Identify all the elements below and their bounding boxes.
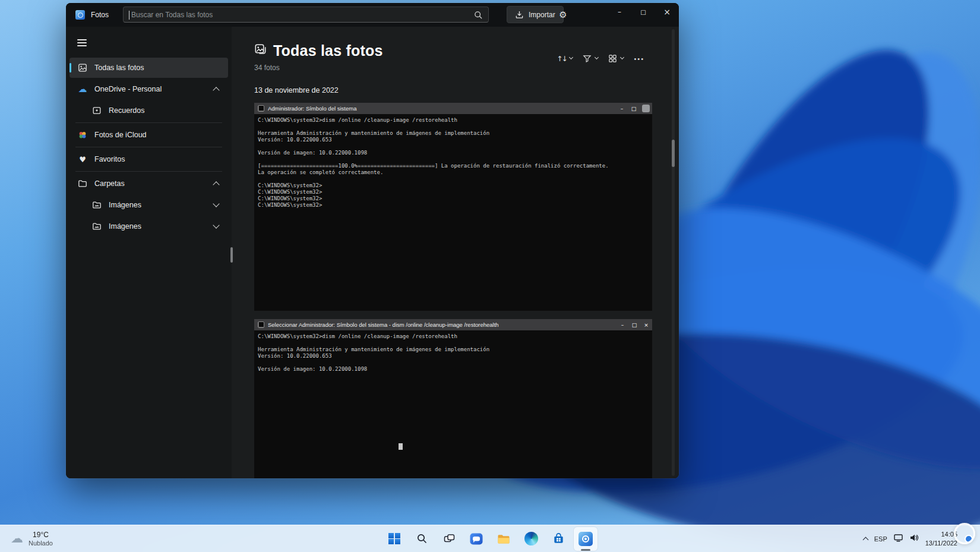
memories-icon [92, 106, 102, 115]
sidebar-item-recuerdos[interactable]: Recuerdos [69, 100, 228, 121]
sidebar-item-todas-las-fotos[interactable]: Todas las fotos [69, 58, 228, 78]
weather-temperature: 19°C [29, 531, 53, 539]
maximize-icon: □ [628, 106, 640, 112]
cmd-line: Herramienta Administración y mantenimien… [258, 130, 649, 137]
ellipsis-icon: ••• [634, 55, 644, 62]
tray-chevron-button[interactable] [864, 534, 868, 544]
weather-widget[interactable]: ☁ 19°C Nublado [6, 525, 58, 552]
photos-collection-icon [254, 43, 267, 58]
clock[interactable]: 14:05 13/11/2022 [925, 530, 957, 547]
sidebar-resize-handle[interactable] [230, 247, 233, 263]
photos-app-icon [578, 532, 593, 546]
more-options-button[interactable]: ••• [634, 55, 644, 62]
store-icon [552, 532, 565, 545]
search-icon[interactable] [474, 11, 483, 20]
onedrive-cloud-icon: ☁ [78, 84, 87, 94]
sort-icon: ↑↓ [557, 55, 566, 63]
sidebar-item-imagenes-2[interactable]: Imágenes [69, 216, 228, 236]
notification-badge[interactable] [965, 535, 973, 543]
search-button[interactable] [410, 527, 434, 551]
photo-thumbnail-2[interactable]: Seleccionar Administrador: Símbolo del s… [254, 319, 652, 478]
sidebar-item-imagenes-1[interactable]: Imágenes [69, 195, 228, 215]
sidebar-item-label: Favoritos [94, 155, 125, 163]
close-icon: × [640, 322, 652, 328]
taskbar: ☁ 19°C Nublado [0, 525, 980, 552]
volume-button[interactable] [909, 534, 919, 544]
scrollbar-thumb[interactable] [672, 140, 675, 167]
filter-button[interactable] [583, 54, 598, 63]
layout-button[interactable] [608, 54, 624, 63]
sidebar-item-label: Todas las fotos [94, 64, 144, 72]
scrollbar-track[interactable] [672, 29, 675, 476]
maximize-icon: □ [628, 322, 640, 328]
minimize-icon: – [617, 322, 628, 328]
tray-display-button[interactable] [894, 534, 903, 544]
settings-gear-icon[interactable]: ⚙ [554, 6, 572, 23]
clock-time: 14:05 [925, 530, 957, 538]
cmd-window-title: Seleccionar Administrador: Símbolo del s… [268, 321, 613, 328]
cmd-line: Herramienta Administración y mantenimien… [258, 346, 649, 353]
sidebar-item-carpetas[interactable]: Carpetas [69, 174, 228, 194]
cmd-line: Versión: 10.0.22000.653 [258, 353, 649, 359]
sidebar-item-favoritos[interactable]: ♥ Favoritos [69, 149, 228, 169]
search-box[interactable] [123, 7, 489, 23]
sidebar-item-label: Carpetas [94, 179, 125, 188]
photo-count: 34 fotos [254, 64, 679, 72]
cmd-line: [========================100.0%=========… [258, 163, 649, 169]
maximize-button[interactable]: □ [631, 3, 655, 21]
photo-select-checkbox[interactable] [642, 105, 650, 112]
file-explorer-button[interactable] [492, 527, 516, 551]
sort-button[interactable]: ↑↓ [557, 55, 573, 63]
heart-icon: ♥ [78, 154, 87, 164]
divider [75, 122, 222, 123]
active-app-indicator [581, 549, 590, 551]
system-tray: ESP 14:05 13/11/2022 [864, 525, 973, 552]
photos-app-window: Fotos Importar ⚙ – [66, 3, 679, 478]
photos-app-button[interactable] [574, 527, 598, 551]
import-icon [515, 10, 524, 19]
close-button[interactable]: × [655, 3, 679, 21]
search-icon [416, 533, 428, 544]
sidebar-item-label: Recuerdos [109, 106, 144, 115]
edge-button[interactable] [519, 527, 543, 551]
chevron-up-icon [213, 87, 219, 93]
selection-indicator [69, 63, 71, 72]
cmd-titlebar: Seleccionar Administrador: Símbolo del s… [254, 319, 652, 330]
cmd-window-controls: – □ [616, 105, 652, 112]
sidebar-item-onedrive[interactable]: ☁ OneDrive - Personal [69, 79, 228, 99]
chevron-down-icon [595, 55, 599, 59]
edge-icon [524, 532, 538, 545]
hamburger-menu-button[interactable] [71, 33, 93, 53]
cmd-line: Versión de imagen: 10.0.22000.1098 [258, 366, 649, 373]
app-identity: Fotos [75, 10, 109, 20]
chevron-down-icon [569, 55, 573, 59]
store-button[interactable] [546, 527, 570, 551]
cmd-window-title: Administrador: Símbolo del sistema [268, 105, 612, 112]
cmd-line: C:\WINDOWS\system32>dism /online /cleanu… [258, 333, 649, 340]
task-view-button[interactable] [437, 527, 461, 551]
cmd-line [258, 124, 649, 130]
cmd-titlebar: Administrador: Símbolo del sistema – □ [254, 103, 652, 114]
date-group-header: 13 de noviembre de 2022 [254, 86, 679, 94]
sidebar-item-label: Imágenes [109, 222, 141, 231]
cmd-line: La operación se completó correctamente. [258, 169, 649, 176]
sidebar-item-label: Imágenes [109, 201, 141, 209]
sidebar-item-icloud[interactable]: Fotos de iCloud [69, 125, 228, 145]
import-label: Importar [529, 11, 555, 19]
sidebar-item-label: Fotos de iCloud [94, 131, 147, 139]
start-button[interactable] [382, 527, 406, 551]
volume-icon [909, 534, 919, 542]
chevron-up-icon [862, 537, 868, 542]
main-content: Todas las fotos 34 fotos ↑↓ [232, 27, 679, 478]
photo-thumbnail-1[interactable]: Administrador: Símbolo del sistema – □ C… [254, 103, 652, 311]
cmd-line: C:\WINDOWS\system32> [258, 195, 649, 202]
taskbar-icons [382, 525, 598, 552]
photos-app-icon [75, 10, 85, 20]
language-indicator[interactable]: ESP [874, 535, 887, 542]
chat-button[interactable] [464, 527, 488, 551]
cmd-line: C:\WINDOWS\system32> [258, 182, 649, 189]
search-input[interactable] [124, 7, 488, 22]
cmd-output: C:\WINDOWS\system32>dism /online /cleanu… [254, 114, 652, 311]
minimize-button[interactable]: – [608, 3, 631, 21]
cmd-line [258, 176, 649, 182]
